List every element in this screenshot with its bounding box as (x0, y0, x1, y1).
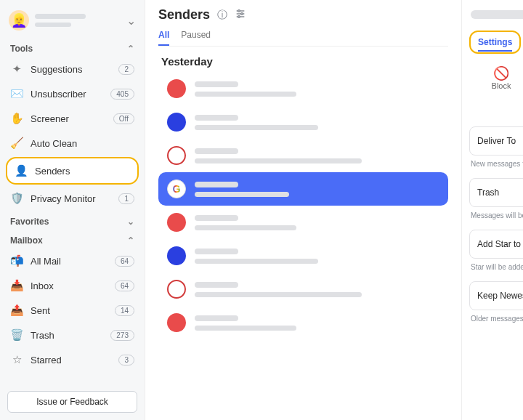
tool-icon: ✉️ (10, 87, 23, 100)
mailbox-badge: 14 (115, 305, 134, 316)
sender-avatar (167, 280, 186, 299)
sidebar-tool-senders[interactable]: 👤 Senders (6, 157, 139, 185)
tool-badge: Off (113, 113, 134, 124)
tool-icon: ✦ (10, 62, 23, 76)
svg-point-4 (241, 13, 243, 15)
sender-avatar (167, 246, 186, 265)
tool-icon: 👤 (15, 164, 28, 177)
sender-avatar (167, 146, 186, 165)
svg-point-3 (238, 10, 240, 12)
sender-row[interactable] (158, 239, 448, 272)
sender-row[interactable]: G (158, 172, 448, 206)
sender-row[interactable] (158, 139, 448, 172)
block-action[interactable]: 🚫 Block (479, 61, 523, 90)
sender-avatar: G (167, 179, 186, 198)
sender-tabs: All Paused (158, 27, 448, 47)
tab-all[interactable]: All (158, 27, 169, 46)
sidebar-tool-screener[interactable]: ✋ Screener Off (0, 106, 145, 131)
mailbox-icon: ☆ (10, 353, 23, 366)
chevron-down-icon: ⌄ (127, 217, 134, 227)
sender-avatar (167, 313, 186, 332)
mailbox-label: Trash (31, 330, 54, 341)
detail-title-placeholder (471, 10, 523, 19)
chevron-up-icon: ⌃ (127, 44, 134, 54)
help-icon[interactable]: ⓘ (217, 9, 227, 22)
mailbox-item-sent[interactable]: 📤 Sent 14 (0, 298, 145, 323)
tool-icon: ✋ (10, 112, 23, 125)
caption-deliver: New messages f (471, 160, 523, 168)
tool-label: Senders (35, 166, 70, 177)
sender-row[interactable] (158, 72, 448, 105)
tab-settings-highlight: Settings (469, 31, 521, 54)
mailbox-icon: 🗑️ (10, 328, 23, 342)
sender-row[interactable] (158, 306, 448, 339)
action-keep-newest[interactable]: Keep Newest (469, 281, 523, 310)
mailbox-label: Inbox (31, 280, 54, 291)
sidebar: 👱‍♀️ ⌄ Tools ⌃ ✦ Suggestions 2✉️ Unsubsc… (0, 0, 145, 420)
tool-icon: 🛡️ (10, 192, 23, 205)
tool-badge: 1 (118, 193, 134, 204)
mailbox-badge: 273 (110, 330, 134, 341)
tool-badge: 2 (118, 64, 134, 75)
action-add-star[interactable]: Add Star to Ne (469, 230, 523, 259)
sender-avatar (167, 213, 186, 232)
sender-row[interactable] (158, 272, 448, 306)
mailbox-label: All Mail (31, 256, 61, 267)
main-column: Senders ⓘ All Paused Yesterday G (145, 0, 461, 420)
caption-keep: Older messages (471, 315, 523, 323)
tab-settings[interactable]: Settings (478, 34, 512, 52)
mailbox-icon: 📬 (10, 254, 23, 267)
section-mailbox-header[interactable]: Mailbox ⌃ (0, 230, 145, 249)
action-trash[interactable]: Trash (469, 178, 523, 207)
tab-paused[interactable]: Paused (181, 27, 211, 46)
mailbox-badge: 3 (118, 355, 134, 366)
action-deliver-to[interactable]: Deliver To (469, 126, 523, 156)
mailbox-badge: 64 (115, 256, 134, 267)
group-header-yesterday: Yesterday (161, 55, 448, 68)
sender-row[interactable] (158, 105, 448, 139)
mailbox-badge: 64 (115, 280, 134, 291)
mailbox-item-inbox[interactable]: 📥 Inbox 64 (0, 273, 145, 298)
sender-row[interactable] (158, 206, 448, 239)
chevron-down-icon: ⌄ (126, 14, 136, 28)
sidebar-tool-privacy-monitor[interactable]: 🛡️ Privacy Monitor 1 (0, 186, 145, 211)
mailbox-item-all-mail[interactable]: 📬 All Mail 64 (0, 249, 145, 273)
tool-icon: 🧹 (10, 137, 23, 150)
mailbox-item-starred[interactable]: ☆ Starred 3 (0, 347, 145, 372)
caption-trash: Messages will be (471, 211, 523, 219)
tool-label: Auto Clean (31, 138, 77, 149)
mailbox-label: Sent (31, 305, 50, 316)
mailbox-item-trash[interactable]: 🗑️ Trash 273 (0, 323, 145, 347)
tool-label: Privacy Monitor (31, 193, 96, 204)
filter-icon[interactable] (235, 8, 246, 22)
svg-point-5 (238, 16, 240, 18)
sender-avatar (167, 79, 186, 98)
chevron-up-icon: ⌃ (127, 235, 134, 246)
tool-label: Suggestions (31, 64, 83, 75)
tool-label: Unsubscriber (31, 89, 86, 100)
avatar: 👱‍♀️ (9, 10, 29, 31)
section-tools-header[interactable]: Tools ⌃ (0, 38, 145, 57)
sidebar-tool-suggestions[interactable]: ✦ Suggestions 2 (0, 57, 145, 81)
tool-badge: 405 (110, 89, 134, 100)
tool-label: Screener (31, 113, 69, 124)
mailbox-icon: 📥 (10, 279, 23, 292)
sender-avatar (167, 113, 186, 132)
detail-panel: Settings Messages 🚫 Block Deliver To New… (461, 0, 523, 420)
account-switcher[interactable]: 👱‍♀️ ⌄ (0, 7, 145, 38)
sidebar-tool-auto-clean[interactable]: 🧹 Auto Clean (0, 131, 145, 156)
sidebar-tool-unsubscriber[interactable]: ✉️ Unsubscriber 405 (0, 81, 145, 106)
mailbox-label: Starred (31, 355, 62, 366)
section-favorites-header[interactable]: Favorites ⌄ (0, 211, 145, 230)
issue-feedback-button[interactable]: Issue or Feedback (7, 391, 137, 413)
mailbox-icon: 📤 (10, 304, 23, 317)
caption-star: Star will be adde (471, 263, 523, 271)
block-icon: 🚫 (479, 65, 523, 81)
page-title: Senders (158, 7, 210, 23)
